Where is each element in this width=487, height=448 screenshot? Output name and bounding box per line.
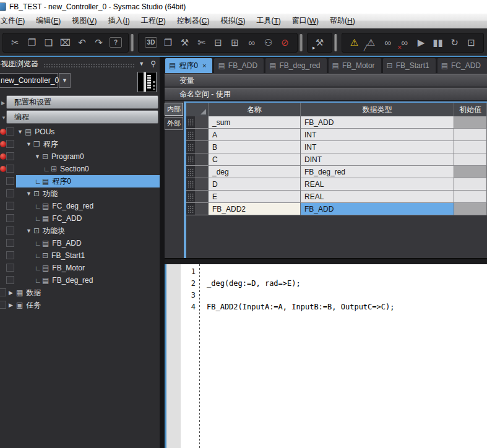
tab-close-icon[interactable]: × xyxy=(202,62,206,69)
build-icon[interactable]: ⚒ xyxy=(176,35,193,51)
row-drag-handle[interactable] xyxy=(186,191,209,203)
row-drag-handle[interactable] xyxy=(186,166,209,178)
transfer-build-icon[interactable]: ⚒▸ xyxy=(311,35,328,51)
go-offline-icon[interactable]: ⚠╱ xyxy=(363,35,379,51)
delete-icon[interactable]: ⌧ xyxy=(57,35,74,51)
cell-name[interactable]: FB_ADD2 xyxy=(209,203,301,215)
tab-FC_ADD[interactable]: ▤FC_ADD xyxy=(437,58,487,73)
scope-tab-internal[interactable]: 内部 xyxy=(165,103,183,116)
menu-item-H[interactable]: 帮助(H) xyxy=(324,14,361,28)
cell-initial-value[interactable] xyxy=(454,166,487,178)
paste-icon[interactable]: ❏ xyxy=(40,35,57,51)
program-mode-icon[interactable]: ▮▮ xyxy=(429,35,446,51)
cell-name[interactable]: A xyxy=(209,129,301,141)
menu-item-E[interactable]: 编辑(E) xyxy=(30,14,66,28)
go-online-icon[interactable]: ⚠ xyxy=(346,35,363,51)
menu-item-W[interactable]: 窗口(W) xyxy=(287,14,324,28)
copy-icon[interactable]: ❐ xyxy=(24,35,40,51)
tree-item-[interactable]: ▶▣任务 xyxy=(0,299,160,311)
tree-item-[interactable]: ▶▦数据 xyxy=(0,286,160,299)
cell-initial-value[interactable] xyxy=(454,153,487,166)
controller-status-icon[interactable]: ⊡ xyxy=(463,35,480,51)
tree-item-0[interactable]: ∟▤程序0 xyxy=(0,175,160,187)
redo-icon[interactable]: ↷ xyxy=(90,35,107,51)
tree-item-[interactable]: ▼❒程序 xyxy=(0,138,160,150)
controller-dropdown-arrow[interactable]: ▼ xyxy=(59,73,71,88)
undo-icon[interactable]: ↶ xyxy=(74,35,90,51)
tree-item-FC_ADD[interactable]: ∟▤FC_ADD xyxy=(0,212,160,225)
tree-item-FB_deg_red[interactable]: ∟▤FB_deg_red xyxy=(0,274,160,286)
variables-accordion-bar[interactable]: 变量 xyxy=(165,74,487,87)
help-page-icon[interactable]: ? xyxy=(110,37,122,48)
tab-FB_deg_red[interactable]: ▤FB_deg_red xyxy=(265,58,326,73)
cell-name[interactable]: D xyxy=(209,178,301,191)
namespace-accordion-bar[interactable]: 命名空间 - 使用 xyxy=(165,88,487,101)
menu-item-C[interactable]: 控制器(C) xyxy=(171,14,215,28)
cell-initial-value[interactable] xyxy=(454,129,487,141)
row-drag-handle[interactable] xyxy=(186,141,209,153)
cell-name[interactable]: B xyxy=(209,141,301,153)
cell-datatype[interactable]: FB_deg_red xyxy=(301,166,454,178)
tree-item-POUs[interactable]: ▼▤POUs xyxy=(0,126,160,138)
cell-datatype[interactable]: FB_ADD xyxy=(301,203,454,215)
sidebar-splitter[interactable] xyxy=(160,57,165,448)
st-editor[interactable]: 12_deg(deg:=D, rad=>E);34FB_ADD2(InputA:… xyxy=(165,264,487,448)
cell-initial-value[interactable] xyxy=(454,203,487,215)
column-header-initial[interactable]: 初始值 xyxy=(454,103,487,116)
row-drag-handle[interactable] xyxy=(186,116,209,129)
cut-icon[interactable]: ✂ xyxy=(7,35,24,51)
menu-item-V[interactable]: 视图(V) xyxy=(66,14,102,28)
code-line[interactable]: 4FB_ADD2(InputA:=A, InputB:=B, OutputC=>… xyxy=(165,301,487,312)
column-header-name[interactable]: 名称 xyxy=(209,103,301,116)
menu-item-S[interactable]: 模拟(S) xyxy=(215,14,251,28)
tree-item-[interactable]: ▼⊡功能 xyxy=(0,187,160,200)
menu-item-F[interactable]: 文件(F) xyxy=(0,14,30,28)
cell-name[interactable]: E xyxy=(209,191,301,203)
cell-datatype[interactable]: INT xyxy=(301,129,454,141)
row-drag-handle[interactable] xyxy=(186,203,209,215)
cell-datatype[interactable]: REAL xyxy=(301,178,454,191)
stop-monitor-icon[interactable]: ∞✕ xyxy=(396,35,413,51)
cell-name[interactable]: C xyxy=(209,153,301,166)
cell-datatype[interactable]: REAL xyxy=(301,191,454,203)
chevron-down-icon[interactable]: ▼ xyxy=(139,61,144,67)
run-mode-icon[interactable]: ▶ xyxy=(413,35,429,51)
row-drag-handle[interactable] xyxy=(186,178,209,191)
cell-initial-value[interactable] xyxy=(454,141,487,153)
scope-tab-external[interactable]: 外部 xyxy=(165,117,183,130)
code-line[interactable]: 3 xyxy=(165,289,487,301)
abort-build-icon[interactable]: ✄ xyxy=(193,35,210,51)
tree-item-FB_Start1[interactable]: ∟⊟FB_Start1 xyxy=(0,249,160,262)
collapsed-arrow-icon[interactable]: ▶ xyxy=(9,302,16,308)
code-line[interactable]: 1 xyxy=(165,265,487,277)
watch-window-icon[interactable]: ⊟ xyxy=(210,35,226,51)
section-expander-icon[interactable]: ▶ xyxy=(1,100,5,106)
menu-item-P[interactable]: 工程(P) xyxy=(136,14,171,28)
tree-item-FC_deg_red[interactable]: ∟▤FC_deg_red xyxy=(0,200,160,212)
cell-name[interactable]: _sum xyxy=(209,116,301,129)
menu-item-I[interactable]: 插入(I) xyxy=(102,14,135,28)
reset-icon[interactable]: ↻ xyxy=(446,35,463,51)
cascade-windows-icon[interactable]: ❒ xyxy=(160,35,176,51)
pin-icon[interactable]: ⚲ xyxy=(150,59,156,68)
expanded-arrow-icon[interactable]: ▼ xyxy=(26,191,33,197)
section-bar-programming[interactable]: ▼编程 xyxy=(6,110,158,124)
cell-initial-value[interactable] xyxy=(454,191,487,203)
3d-view-icon[interactable]: 3D xyxy=(145,37,157,48)
tab-FB_Start1[interactable]: ⊟FB_Start1 xyxy=(383,58,436,73)
watch-table-icon[interactable]: ⊞ xyxy=(226,35,243,51)
menu-item-T[interactable]: 工具(T) xyxy=(251,14,286,28)
row-drag-handle[interactable] xyxy=(186,129,209,141)
code-line[interactable]: 2_deg(deg:=D, rad=>E); xyxy=(165,277,487,289)
row-drag-handle[interactable] xyxy=(186,153,209,166)
cell-initial-value[interactable] xyxy=(454,116,487,129)
cell-datatype[interactable]: DINT xyxy=(301,153,454,166)
tree-item-Program0[interactable]: ▼⊟Program0 xyxy=(0,150,160,163)
tab-0[interactable]: ▤程序0× xyxy=(165,58,212,73)
abort-icon[interactable]: ⊘ xyxy=(277,35,293,51)
controller-select[interactable]: new_Controller_0 xyxy=(0,73,58,88)
cell-datatype[interactable]: FB_ADD xyxy=(301,116,454,129)
section-expander-icon[interactable]: ▼ xyxy=(1,115,6,121)
expanded-arrow-icon[interactable]: ▼ xyxy=(26,228,33,234)
expanded-arrow-icon[interactable]: ▼ xyxy=(35,153,42,160)
